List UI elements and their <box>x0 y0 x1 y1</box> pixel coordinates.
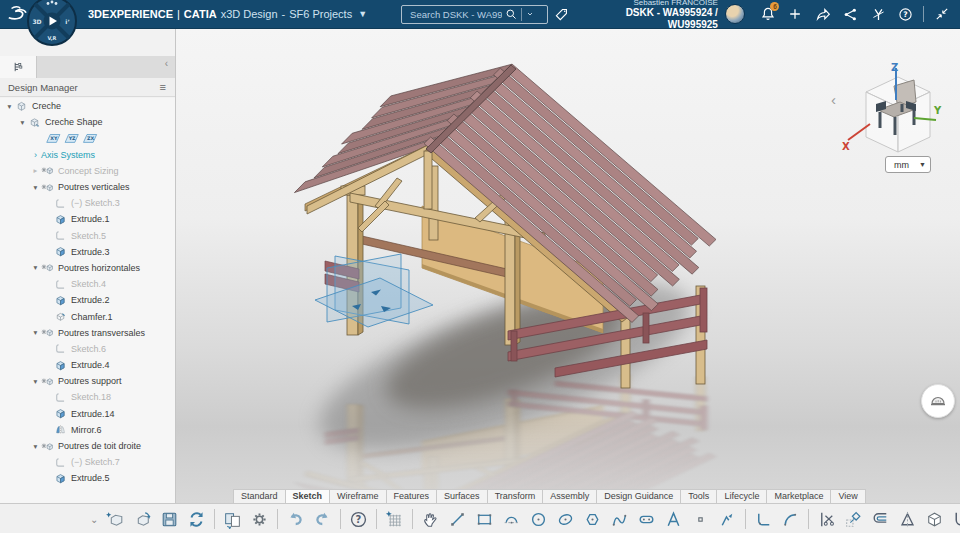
tab-view[interactable]: View <box>830 489 865 503</box>
tree-item[interactable]: Sketch.6 <box>0 341 175 357</box>
spline-button[interactable] <box>607 507 632 532</box>
3dexperience-compass[interactable]: 3D i’ V,R <box>26 0 78 47</box>
tree-item[interactable]: ▾Creche Shape <box>0 114 175 130</box>
tree-expander[interactable]: ▾ <box>30 183 41 192</box>
collapse-window-button[interactable] <box>930 2 954 26</box>
search-chevron-icon[interactable] <box>525 7 535 21</box>
tree-expander[interactable]: ▾ <box>30 263 41 272</box>
corner-button[interactable] <box>751 507 776 532</box>
save-button[interactable] <box>157 507 182 532</box>
arc-button[interactable] <box>499 507 524 532</box>
tab-features[interactable]: Features <box>386 489 438 503</box>
tree-item-label: Poutres de toit droite <box>58 441 141 451</box>
mirror-tri-button[interactable] <box>895 507 920 532</box>
project-button[interactable] <box>841 507 866 532</box>
toolbar-collapse-chevron[interactable]: ⌄ <box>86 514 102 525</box>
tab-tools[interactable]: Tools <box>680 489 717 503</box>
tab-marketplace[interactable]: Marketplace <box>766 489 831 503</box>
tree-item[interactable]: Extrude.5 <box>0 470 175 486</box>
tree-item[interactable]: Sketch.18 <box>0 389 175 405</box>
rect-button[interactable] <box>472 507 497 532</box>
tree-expander[interactable]: ▾ <box>17 118 28 127</box>
gear-button[interactable] <box>247 507 272 532</box>
assistant-button[interactable] <box>921 384 955 418</box>
tree-item[interactable]: ▾Poutres transversales <box>0 325 175 341</box>
line-button[interactable] <box>445 507 470 532</box>
user-info[interactable]: Sebastien FRANCOISE DSKK - WA995924 / WU… <box>575 0 718 30</box>
hand-button[interactable] <box>418 507 443 532</box>
share-nodes-button[interactable] <box>839 2 863 26</box>
offset-button[interactable] <box>868 507 893 532</box>
tab-wireframe[interactable]: Wireframe <box>329 489 387 503</box>
arc2-button[interactable] <box>778 507 803 532</box>
slot-button[interactable] <box>634 507 659 532</box>
search-input[interactable] <box>408 8 504 21</box>
tree-item[interactable]: ▾Poutres verticales <box>0 179 175 195</box>
tree-item[interactable]: Extrude.2 <box>0 292 175 308</box>
3d-viewport[interactable]: ‹ X Y Z mm ▼ <box>175 28 960 503</box>
units-dropdown[interactable]: mm ▼ <box>885 156 931 173</box>
tree-item[interactable] <box>0 130 175 146</box>
circle-button[interactable] <box>526 507 551 532</box>
panel-menu-icon[interactable]: ≡ <box>160 82 166 92</box>
new-part-button[interactable] <box>103 507 128 532</box>
tab-transform[interactable]: Transform <box>487 489 544 503</box>
help-button[interactable] <box>894 2 918 26</box>
view-robot[interactable]: X Y Z <box>838 62 942 162</box>
ellipse-button[interactable] <box>553 507 578 532</box>
tree-item[interactable]: Extrude.3 <box>0 244 175 260</box>
panel-collapse-icon[interactable]: ‹ <box>165 56 175 78</box>
tree-item[interactable]: Extrude.4 <box>0 357 175 373</box>
tree-expander[interactable]: ▾ <box>30 442 41 451</box>
tree-item[interactable]: Sketch.4 <box>0 276 175 292</box>
search-icon[interactable] <box>504 7 518 21</box>
notifications-button[interactable]: 6 <box>756 2 780 26</box>
undo-button[interactable] <box>283 507 308 532</box>
tree-expander[interactable]: › <box>30 150 41 160</box>
exit-button[interactable] <box>949 507 960 532</box>
tab-design-guidance[interactable]: Design Guidance <box>596 489 681 503</box>
cube-button[interactable] <box>922 507 947 532</box>
tree-item[interactable]: Extrude.14 <box>0 406 175 422</box>
tab-standard[interactable]: Standard <box>233 489 286 503</box>
tree-item[interactable]: ▸Concept Sizing <box>0 163 175 179</box>
tab-lifecycle[interactable]: Lifecycle <box>716 489 767 503</box>
tree-item[interactable]: (−) Sketch.7 <box>0 454 175 470</box>
tab-surfaces[interactable]: Surfaces <box>436 489 488 503</box>
tree-item[interactable]: Extrude.1 <box>0 211 175 227</box>
tree-item[interactable]: Chamfer.1 <box>0 308 175 324</box>
avatar[interactable] <box>725 4 745 24</box>
tree-item[interactable]: ›Axis Systems <box>0 147 175 163</box>
tree-expander[interactable]: ▾ <box>30 328 41 337</box>
tree-expander[interactable]: ▸ <box>30 166 41 175</box>
open-part-button[interactable] <box>130 507 155 532</box>
tab-assembly[interactable]: Assembly <box>542 489 597 503</box>
chevron-down-icon[interactable]: ▼ <box>358 9 367 19</box>
text-button[interactable] <box>661 507 686 532</box>
share-button[interactable] <box>811 2 835 26</box>
tree-item[interactable]: Sketch.5 <box>0 228 175 244</box>
tree-item[interactable]: ▾Poutres support <box>0 373 175 389</box>
tag-button[interactable] <box>550 2 574 26</box>
polyline-button[interactable] <box>715 507 740 532</box>
tree-item[interactable]: ▾Poutres horizontales <box>0 260 175 276</box>
trim-button[interactable] <box>814 507 839 532</box>
tab-tree[interactable] <box>0 56 37 78</box>
tree-item[interactable]: ▾Poutres de toit droite <box>0 438 175 454</box>
tree-expander[interactable]: ▾ <box>30 377 41 386</box>
tree-item[interactable]: Mirror.6 <box>0 422 175 438</box>
add-button[interactable] <box>783 2 807 26</box>
help-button[interactable] <box>346 507 371 532</box>
tree-item[interactable]: ▾Creche <box>0 98 175 114</box>
sync-button[interactable] <box>184 507 209 532</box>
hexagon-button[interactable] <box>580 507 605 532</box>
tree-expander[interactable]: ▾ <box>4 102 15 111</box>
grid-button[interactable] <box>382 507 407 532</box>
redo-button[interactable] <box>310 507 335 532</box>
paste-button[interactable] <box>220 507 245 532</box>
search-box[interactable] <box>401 5 548 24</box>
collaboration-button[interactable] <box>866 2 890 26</box>
point-button[interactable] <box>688 507 713 532</box>
tab-sketch[interactable]: Sketch <box>285 489 331 503</box>
tree-item[interactable]: (−) Sketch.3 <box>0 195 175 211</box>
